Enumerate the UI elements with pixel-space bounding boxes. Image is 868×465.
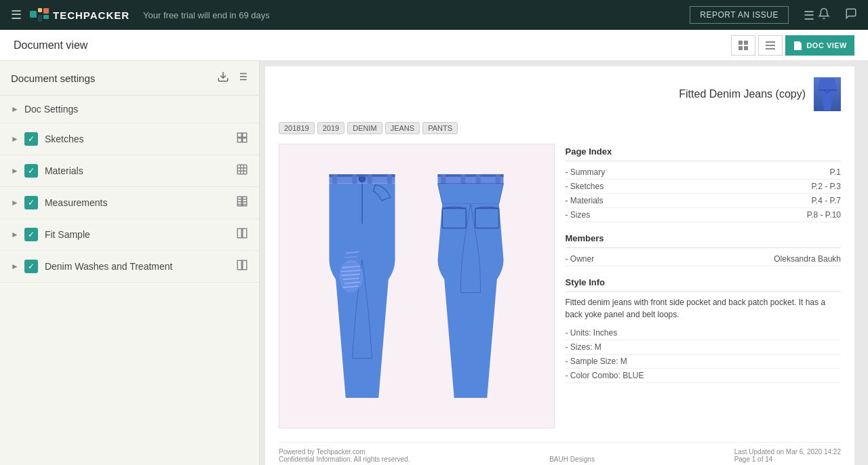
sketch-area (279, 144, 555, 428)
svg-rect-5 (738, 41, 743, 45)
chevron-right-icon: ► (11, 230, 19, 239)
svg-rect-10 (766, 45, 775, 46)
notification-icon[interactable]: ☰ (804, 7, 830, 23)
report-issue-button[interactable]: REPORT AN ISSUE (690, 6, 789, 24)
logo-icon (30, 8, 49, 22)
sidebar-item-fit-sample[interactable]: ► ✓ Fit Sample (0, 219, 259, 251)
sketches-checkbox[interactable]: ✓ (24, 132, 38, 146)
page-index-sizes: - Sizes P.8 - P.10 (566, 208, 842, 222)
chevron-right-icon: ► (11, 198, 19, 207)
grid-icon (236, 132, 248, 146)
tag-jeans: JEANS (385, 122, 420, 134)
members-owner-row: - Owner Oleksandra Baukh (566, 252, 842, 266)
svg-rect-38 (237, 260, 241, 270)
svg-rect-22 (243, 138, 247, 142)
denim-washes-checkbox[interactable]: ✓ (24, 260, 38, 273)
page-title: Document view (14, 39, 731, 52)
chevron-right-icon: ► (11, 166, 19, 176)
doc-view-button[interactable]: DOC VIEW (785, 35, 854, 56)
svg-rect-4 (43, 15, 49, 19)
doc-two-col: Page Index - Summary P.1 - Sketches P.2 … (279, 144, 841, 428)
info-panel: Page Index - Summary P.1 - Sketches P.2 … (566, 144, 842, 428)
tag-denim: DENIM (347, 122, 382, 134)
tag-pants: PANTS (422, 122, 458, 134)
chevron-right-icon: ► (11, 262, 19, 271)
style-info-title: Style Info (566, 277, 842, 287)
page-index-title: Page Index (566, 146, 842, 157)
members-section: Members - Owner Oleksandra Baukh (566, 233, 842, 266)
page-index-summary: - Summary P.1 (566, 165, 842, 180)
grid-icon (236, 195, 248, 210)
tags-row: 201819 2019 DENIM JEANS PANTS (279, 122, 841, 134)
logo: TECHPACKER (30, 8, 130, 22)
tag-2019: 2019 (317, 122, 344, 134)
footer-right: Last Updated on Mar 6, 2020 14:22 Page 1… (734, 448, 841, 463)
footer-confidential: Confidential Information. All rights res… (279, 456, 410, 463)
footer-powered-by: Powered by Techpacker.com (279, 448, 410, 456)
svg-rect-23 (237, 165, 247, 174)
sidebar-item-materials[interactable]: ► ✓ Materials (0, 155, 259, 187)
download-icon[interactable] (217, 70, 229, 85)
grid-view-button[interactable] (731, 35, 755, 56)
materials-checkbox[interactable]: ✓ (24, 164, 38, 178)
brand-name: TECHPACKER (53, 9, 130, 21)
svg-rect-43 (330, 174, 395, 177)
footer-page-number: Page 1 of 14 (734, 456, 841, 463)
jeans-back-svg (423, 174, 518, 398)
subheader: Document view DOC VIEW (0, 30, 868, 61)
svg-rect-8 (744, 46, 748, 50)
topnav: ☰ TECHPACKER Your free trial will end in… (0, 0, 868, 30)
page-index-sketches: - Sketches P.2 - P.3 (566, 180, 842, 194)
sidebar-item-label: Measurements (45, 197, 236, 208)
sidebar-header: Document settings (0, 61, 259, 96)
sidebar-item-sketches[interactable]: ► ✓ Sketches (0, 123, 259, 155)
chevron-right-icon: ► (11, 134, 19, 144)
grid-icon (236, 227, 248, 242)
svg-rect-21 (237, 138, 241, 142)
trial-message: Your free trial will end in 69 days (143, 10, 270, 20)
sidebar-item-doc-settings[interactable]: ► Doc Settings (0, 96, 259, 123)
page-index-materials: - Materials P.4 - P.7 (566, 194, 842, 208)
chat-icon[interactable] (845, 7, 857, 23)
sidebar: Document settings ► Doc Settings ► ✓ Ske… (0, 61, 260, 465)
table-icon (236, 163, 248, 178)
doc-footer: Powered by Techpacker.com Confidential I… (279, 442, 841, 463)
doc-page: Fitted Denim Jeans (copy) 201819 2019 DE… (265, 66, 854, 465)
svg-rect-36 (237, 228, 241, 238)
style-color-row: - Color Combo: BLUE (566, 369, 842, 383)
doc-view-label: DOC VIEW (806, 41, 847, 49)
main-layout: Document settings ► Doc Settings ► ✓ Ske… (0, 61, 868, 465)
style-sizes-row: - Sizes: M (566, 340, 842, 355)
doc-thumbnail (814, 77, 841, 111)
footer-left: Powered by Techpacker.com Confidential I… (279, 448, 410, 463)
sidebar-item-label: Sketches (45, 134, 236, 144)
list-view-button[interactable] (758, 35, 783, 56)
sidebar-header-icons (217, 70, 248, 85)
svg-rect-39 (243, 260, 247, 270)
sidebar-item-label: Fit Sample (45, 229, 236, 240)
sidebar-item-denim-washes[interactable]: ► ✓ Denim Washes and Treatment (0, 251, 259, 283)
svg-rect-9 (766, 41, 775, 43)
svg-rect-60 (438, 174, 504, 177)
footer-center: BAUH Designs (549, 456, 595, 463)
sidebar-item-label: Materials (45, 165, 236, 176)
svg-rect-19 (237, 133, 241, 137)
doc-title: Fitted Denim Jeans (copy) (679, 88, 806, 100)
chevron-right-icon: ► (11, 104, 19, 114)
svg-rect-7 (738, 46, 743, 50)
sidebar-item-measurements[interactable]: ► ✓ Measurements (0, 187, 259, 219)
svg-rect-37 (243, 228, 247, 238)
page-index-section: Page Index - Summary P.1 - Sketches P.2 … (566, 146, 842, 222)
settings-list-icon[interactable] (236, 70, 248, 85)
fit-sample-checkbox[interactable]: ✓ (24, 228, 38, 241)
style-units-row: - Units: Inches (566, 326, 842, 340)
sidebar-title: Document settings (11, 73, 217, 84)
sidebar-item-label: Doc Settings (24, 104, 248, 115)
svg-rect-1 (38, 8, 42, 12)
svg-rect-0 (30, 11, 37, 18)
svg-rect-3 (38, 15, 42, 22)
measurements-checkbox[interactable]: ✓ (24, 196, 38, 209)
menu-icon[interactable]: ☰ (11, 7, 22, 22)
svg-rect-20 (243, 133, 247, 137)
style-sample-size-row: - Sample Size: M (566, 355, 842, 369)
